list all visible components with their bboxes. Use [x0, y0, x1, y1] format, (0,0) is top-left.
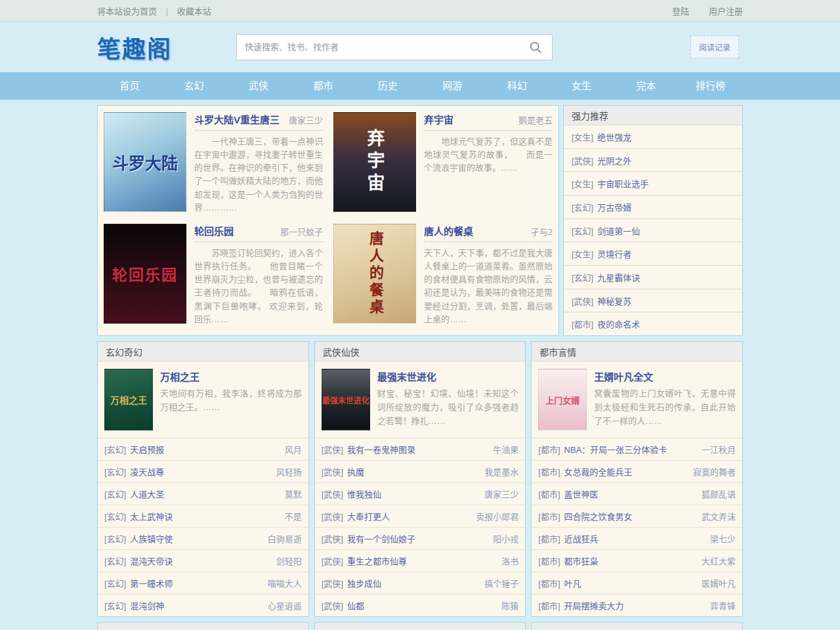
nav-item[interactable]: 历史 [356, 72, 420, 100]
search-button[interactable] [519, 35, 552, 60]
book-category: [都市] [538, 510, 560, 522]
book-title-link[interactable]: 斗罗大陆V重生唐三 [194, 112, 280, 126]
search-box [236, 34, 553, 60]
book-title-link[interactable]: 女总裁的全能兵王 [564, 465, 688, 478]
book-title-link[interactable]: 人道大圣 [130, 488, 279, 500]
reading-history-button[interactable]: 阅读记录 [690, 35, 739, 58]
recommend-list: [女生] 绝世强龙 [武侠] 光阴之外 [女生] 宇宙职业选手 [玄幻] 万古帝… [564, 125, 742, 335]
book-title-link[interactable]: 叶凡 [564, 577, 696, 589]
recommend-panel: 强力推荐 [女生] 绝世强龙 [武侠] 光阴之外 [女生] 宇宙职业选手 [玄幻… [563, 105, 743, 336]
recommend-title: 强力推荐 [572, 109, 608, 122]
book-author: 洛书 [501, 555, 518, 567]
book-title-link[interactable]: 太上武神诀 [130, 510, 279, 522]
book-list-item: [都市] 近战狂兵 梁七少 [532, 528, 742, 550]
book-title-link[interactable]: 灵境行者 [597, 247, 631, 260]
book-title-link[interactable]: 神秘复苏 [597, 295, 631, 307]
book-title-link[interactable]: 剑道第一仙 [597, 224, 640, 237]
book-category: [玄幻] [104, 510, 126, 522]
book-author: 寂寞的舞者 [693, 465, 736, 478]
nav-item[interactable]: 完本 [614, 72, 678, 100]
book-cover[interactable]: 最强末世进化 [322, 369, 370, 430]
book-list-item: [玄幻] 人族镇守使 白驹易逝 [98, 528, 308, 550]
book-title-link[interactable]: 我有一卷鬼神图录 [347, 443, 488, 455]
book-list-item: [武侠] 独步成仙 搞个锤子 [315, 572, 526, 595]
book-title-link[interactable]: 执魔 [347, 465, 479, 478]
book-author: 风轻扬 [276, 465, 302, 478]
book-title-link[interactable]: 盖世神医 [564, 488, 696, 500]
recommend-item: [女生] 宇宙职业选手 [564, 172, 742, 196]
book-title-link[interactable]: 四合院之饮食男女 [564, 510, 696, 522]
site-logo[interactable]: 笔趣阁 [97, 30, 236, 64]
search-input[interactable] [237, 35, 519, 60]
book-title-link[interactable]: 混沌剑神 [130, 599, 262, 612]
book-category: [玄幻] [572, 271, 593, 284]
book-title-link[interactable]: 人族镇守使 [130, 532, 262, 545]
book-title-link[interactable]: 弃宇宙 [424, 112, 453, 126]
login-link[interactable]: 登陆 [672, 7, 689, 16]
book-title-link[interactable]: 光阴之外 [597, 154, 631, 167]
partial-panel [531, 622, 743, 630]
book-title-link[interactable]: 唐人的餐桌 [424, 224, 473, 238]
book-title-link[interactable]: 夜的命名术 [597, 318, 640, 330]
recommend-item: [武侠] 神秘复苏 [564, 289, 742, 313]
book-category: [武侠] [572, 295, 593, 307]
book-title-link[interactable]: 王婿叶凡全文 [594, 369, 736, 383]
nav-item[interactable]: 科幻 [484, 72, 549, 100]
nav-item[interactable]: 排行榜 [679, 72, 743, 100]
book-title-link[interactable]: 绝世强龙 [597, 131, 631, 143]
book-title-link[interactable]: 第一瞳术师 [130, 577, 262, 589]
book-title-link[interactable]: 最强末世进化 [377, 369, 519, 383]
book-title-link[interactable]: 天启预报 [130, 443, 279, 455]
nav-item[interactable]: 首页 [97, 72, 161, 100]
book-title-link[interactable]: 混沌天帝诀 [130, 555, 270, 567]
book-title-link[interactable]: 轮回乐园 [194, 224, 234, 238]
book-category: [都市] [538, 555, 560, 567]
book-cover[interactable]: 弃宇宙 [333, 112, 416, 212]
book-category: [武侠] [322, 488, 343, 500]
book-info: 最强末世进化 财宝、秘宝！幻境、仙境！未知这个词所绽放的魔力，吸引了众多强者趋之… [377, 369, 519, 431]
nav-item[interactable]: 都市 [291, 72, 355, 100]
book-title-link[interactable]: 凌天战尊 [130, 465, 270, 478]
book-title-link[interactable]: 我有一个剑仙娘子 [347, 532, 488, 545]
book-list-item: [武侠] 惟我独仙 唐家三少 [315, 483, 526, 505]
nav-item[interactable]: 女生 [549, 72, 614, 100]
book-title-link[interactable]: 惟我独仙 [347, 488, 479, 500]
book-cover[interactable]: 轮回乐园 [104, 224, 186, 324]
book-category: [都市] [538, 465, 560, 478]
book-title-link[interactable]: 万古帝婿 [597, 201, 631, 213]
nav-item[interactable]: 玄幻 [161, 72, 226, 100]
book-title-link[interactable]: 独步成仙 [347, 577, 479, 589]
book-cover[interactable]: 唐人的餐桌 [333, 224, 416, 324]
book-title-link[interactable]: NBA：开局一张三分体验卡 [564, 443, 696, 455]
book-category: [都市] [572, 318, 593, 330]
book-author: 剑轻阳 [276, 555, 302, 567]
book-title-link[interactable]: 宇宙职业选手 [597, 177, 648, 190]
bookmark-link[interactable]: 收藏本站 [177, 7, 211, 16]
book-category: [武侠] [322, 443, 343, 455]
book-category: [女生] [572, 131, 593, 143]
book-category: [女生] [572, 177, 593, 190]
book-title-row: 唐人的餐桌 孑与2 [424, 224, 553, 242]
book-author: 那一只蚊子 [280, 225, 323, 238]
section-title: 玄幻奇幻 [106, 345, 142, 358]
register-link[interactable]: 用户注册 [709, 7, 743, 16]
set-home-link[interactable]: 将本站设为首页 [97, 7, 157, 16]
book-category: [玄幻] [104, 488, 126, 500]
nav-item[interactable]: 武侠 [226, 72, 291, 100]
book-title-link[interactable]: 大奉打更人 [347, 510, 471, 522]
book-author: 莫默 [285, 488, 302, 500]
book-title-link[interactable]: 九星霸体诀 [597, 271, 640, 284]
book-title-link[interactable]: 重生之都市仙尊 [347, 555, 496, 567]
book-cover-title: 上门女婿 [545, 394, 579, 406]
book-title-link[interactable]: 近战狂兵 [564, 532, 705, 545]
book-list-item: [都市] 都市狂枭 大红大紫 [532, 550, 742, 572]
book-title-link[interactable]: 都市狂枭 [564, 555, 696, 567]
book-cover[interactable]: 万相之王 [104, 369, 153, 430]
book-cover[interactable]: 斗罗大陆 [104, 112, 186, 212]
book-cover-title: 弃宇宙 [362, 129, 388, 196]
book-cover[interactable]: 上门女婿 [538, 369, 587, 430]
book-title-link[interactable]: 仙都 [347, 599, 496, 612]
book-title-link[interactable]: 万相之王 [160, 369, 302, 383]
nav-item[interactable]: 网游 [420, 72, 484, 100]
book-title-link[interactable]: 开局摆摊卖大力 [564, 599, 705, 612]
